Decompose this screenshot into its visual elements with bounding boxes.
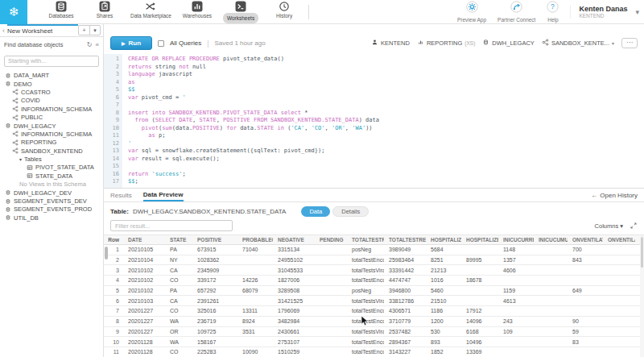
code-line-10[interactable]: pivot(sum(data.POSITIVE) for data.STATE … xyxy=(128,125,644,133)
database-icon xyxy=(5,189,11,196)
table-row[interactable]: 320210102CA234590931045533totalTestsVira… xyxy=(104,265,644,276)
column-header-onventilatorcurrently[interactable]: ONVENTILATORCURRENTLY xyxy=(568,235,603,244)
expand-icon[interactable] xyxy=(630,222,638,230)
column-header-onventilatorcumulative[interactable]: ONVENTILATORCUMULATIVE xyxy=(603,235,635,244)
tree-item-state-data[interactable]: STATE_DATA xyxy=(0,172,103,180)
role-selector[interactable]: KENTEND xyxy=(371,39,410,48)
tree-item-covid[interactable]: COVID xyxy=(0,97,103,105)
database-selector[interactable]: DWH_LEGACY xyxy=(482,39,535,48)
code-line-1[interactable]: CREATE OR REPLACE PROCEDURE pivot_state_… xyxy=(128,56,644,64)
tree-item-sandbox-kentend[interactable]: SANDBOX_KENTEND xyxy=(0,147,103,155)
tree-item-dwh-legacy-dev[interactable]: DWH_LEGACY_DEV xyxy=(0,189,103,197)
column-header-positive[interactable]: POSITIVE xyxy=(192,235,237,244)
column-header-pending[interactable]: PENDING xyxy=(315,235,347,244)
code-line-2[interactable]: returns string not null xyxy=(128,64,644,72)
all-queries-checkbox[interactable] xyxy=(158,40,164,47)
code-line-16[interactable]: return 'success'; xyxy=(128,171,644,179)
column-header-date[interactable]: DATE xyxy=(123,235,165,244)
nav-item-shares[interactable]: Shares xyxy=(87,1,122,19)
tree-item-util-db[interactable]: UTIL_DB xyxy=(0,214,103,222)
warehouse-selector[interactable]: REPORTING (XS) xyxy=(417,39,475,48)
new-worksheet-button[interactable]: + xyxy=(79,26,89,35)
column-header-probablecases[interactable]: PROBABLECASES xyxy=(237,235,273,244)
table-row[interactable]: 1020201128WA1581672753107totalTestEncoun… xyxy=(104,337,644,347)
nav-item-worksheets[interactable]: Worksheets xyxy=(223,1,258,23)
chevron-down-icon[interactable]: ▾ xyxy=(635,8,639,16)
table-row[interactable]: 120210105PA673915710403315134posNeg39890… xyxy=(104,245,644,255)
collapse-sidebar-icon[interactable]: « xyxy=(96,41,99,48)
code-line-7[interactable] xyxy=(128,102,644,110)
cell: 8924 xyxy=(237,317,273,326)
table-row[interactable]: 1120201128CO225283100901510259totalTestE… xyxy=(104,347,644,357)
column-header-inicucumulative[interactable]: INICUCUMULATIVE xyxy=(534,235,568,244)
code-line-11[interactable]: as p; xyxy=(128,132,644,140)
run-button[interactable]: ▶ Run xyxy=(110,36,152,50)
tool-help[interactable]: ? Help xyxy=(547,1,559,23)
column-header-totaltestresultssource[interactable]: TOTALTESTRESULTSSOURCE xyxy=(347,235,384,244)
nav-item-history[interactable]: History xyxy=(266,1,302,19)
tree-item-demo[interactable]: DEMO xyxy=(0,80,103,88)
tab-results[interactable]: Results xyxy=(110,189,132,201)
column-header-totaltestresults[interactable]: TOTALTESTRESULTS xyxy=(384,235,426,244)
tree-item-information-schema[interactable]: INFORMATION_SCHEMA xyxy=(0,130,103,138)
nav-item-data-marketplace[interactable]: Data Marketplace xyxy=(130,1,171,19)
tree-item-data-mart[interactable]: DATA_MART xyxy=(0,72,103,80)
sql-editor[interactable]: 1234567891011121314151617 CREATE OR REPL… xyxy=(104,54,644,188)
tab-data-preview[interactable]: Data Preview xyxy=(143,189,184,201)
table-row[interactable]: 420210102CO339172142261827006totalTestEn… xyxy=(104,276,644,286)
tree-item-reporting[interactable]: REPORTING xyxy=(0,139,103,147)
column-header-hospitalizedcumulative[interactable]: HOSPITALIZEDCUMULATIVE xyxy=(461,235,498,244)
filter-result-input[interactable] xyxy=(110,220,233,231)
code-line-9[interactable]: from (SELECT DATE, STATE, POSITIVE FROM … xyxy=(128,117,644,125)
column-header-state[interactable]: STATE xyxy=(165,235,192,244)
table-row[interactable]: 220210104NY102836224955102totalTestEncou… xyxy=(104,255,644,266)
schema-selector[interactable]: SANDBOX_KENTE... ▾ xyxy=(542,39,614,48)
table-row[interactable]: 820201227WA23671989243482984totalTestEnc… xyxy=(104,317,644,327)
column-header-hospitalizedcurrently[interactable]: HOSPITALIZEDCURRENTLY xyxy=(426,235,461,244)
open-history-button[interactable]: ← Open History xyxy=(591,189,638,201)
code-line-4[interactable]: as xyxy=(128,79,644,87)
details-view-button[interactable]: Details xyxy=(332,206,369,217)
tree-item-dwh-legacy[interactable]: DWH_LEGACY xyxy=(0,122,103,130)
tree-item-pivot-state-data[interactable]: PIVOT_STATE_DATA xyxy=(0,164,103,172)
cell: 843 xyxy=(568,255,603,265)
tree-item-segment-events-prod[interactable]: SEGMENT_EVENTS_PROD xyxy=(0,205,103,214)
code-line-13[interactable]: var sql = snowflake.createStatement({sql… xyxy=(128,147,644,156)
tree-item-segment-events-dev[interactable]: SEGMENT_EVENTS_DEV xyxy=(0,197,103,205)
table-row[interactable]: 520210102PA657292680793289508posNeg39468… xyxy=(104,286,644,297)
tree-item-public[interactable]: PUBLIC xyxy=(0,113,103,121)
tree-item-information-schema[interactable]: INFORMATION_SCHEMA xyxy=(0,105,103,113)
user-menu[interactable]: Kenten Danas KENTEND ▾ xyxy=(570,5,639,19)
table-row[interactable]: 720201227CO325016133111796069totalTestEn… xyxy=(104,306,644,317)
nav-item-databases[interactable]: Databases xyxy=(43,1,79,19)
code-line-15[interactable] xyxy=(128,163,644,171)
tree-item-ccastro[interactable]: CCASTRO xyxy=(0,88,103,96)
grid-left-scrollbar-thumb[interactable] xyxy=(105,247,108,259)
nav-item-warehouses[interactable]: Warehouses xyxy=(180,1,215,19)
code-line-14[interactable]: var result = sql.execute(); xyxy=(128,156,644,164)
worksheet-more-button[interactable]: ⋯ xyxy=(621,38,638,48)
worksheet-tab-menu-button[interactable]: ▾ xyxy=(89,26,100,35)
tool-partner-connect[interactable]: Partner Connect xyxy=(497,1,535,23)
refresh-icon[interactable]: ↻ xyxy=(87,41,93,48)
code-line-6[interactable]: var pivot_cmd = ' xyxy=(128,94,644,102)
table-row[interactable]: 620210103CA239126131421525totalTestsVira… xyxy=(104,296,644,306)
columns-dropdown[interactable]: Columns ▾ xyxy=(595,222,623,230)
tool-preview-app[interactable]: Preview App xyxy=(457,1,486,23)
column-header-negative[interactable]: NEGATIVE xyxy=(273,235,315,244)
table-row[interactable]: 920201227OR10972535312430661totalTestsVi… xyxy=(104,327,644,338)
code-area[interactable]: CREATE OR REPLACE PROCEDURE pivot_state_… xyxy=(122,54,644,188)
snowflake-logo-icon[interactable]: ❄ xyxy=(0,0,27,24)
tree-item-tables[interactable]: ▾Tables xyxy=(0,155,103,163)
code-line-3[interactable]: language javascript xyxy=(128,71,644,79)
tab-scroll-left-icon[interactable]: ‹ xyxy=(0,27,7,35)
grid-vertical-scrollbar[interactable] xyxy=(640,235,644,357)
data-view-button[interactable]: Data xyxy=(301,206,330,217)
code-line-17[interactable]: $$; xyxy=(128,178,644,186)
worksheet-tab[interactable]: New Worksheet xyxy=(7,24,78,36)
column-header-inicucurrently[interactable]: INICUCURRENTLY xyxy=(498,235,534,244)
code-line-5[interactable]: $$ xyxy=(128,86,644,94)
object-search-input[interactable] xyxy=(4,56,99,67)
code-line-8[interactable]: insert into SANDBOX_KENTEND.PIVOT_STATE_… xyxy=(128,110,644,118)
code-line-12[interactable]: ' xyxy=(128,140,644,148)
